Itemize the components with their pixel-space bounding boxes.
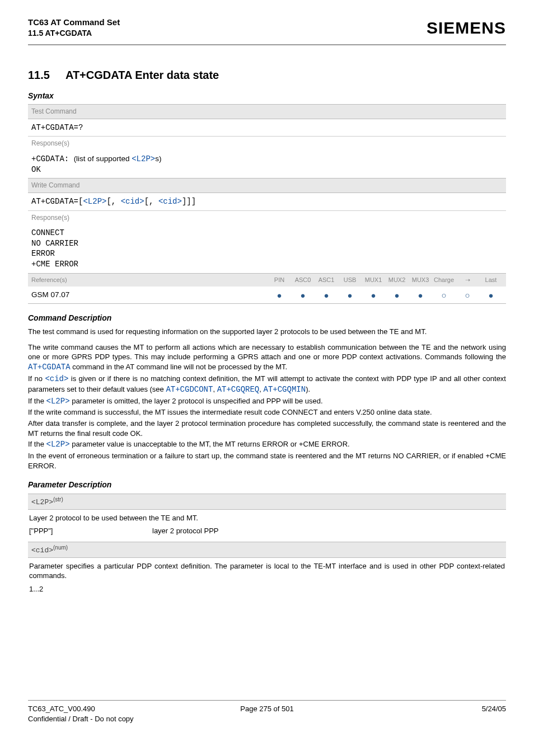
write-cmd-mid2: [, <box>144 197 158 206</box>
ref-col-mux1: MUX1 <box>362 276 385 284</box>
l2p-link[interactable]: <L2P> <box>132 154 155 163</box>
atcgdcont-link[interactable]: AT+CGDCONT <box>166 385 213 394</box>
write-resp-line: NO CARRIER <box>31 238 503 249</box>
ref-dot: ● <box>385 291 409 299</box>
l2p-link[interactable]: <L2P> <box>46 397 70 406</box>
ref-dot: ● <box>479 291 503 299</box>
footer-left2: Confidential / Draft - Do not copy <box>28 714 134 724</box>
cid-desc: Parameter specifies a particular PDP con… <box>29 561 505 581</box>
write-resp-line: CONNECT <box>31 228 503 238</box>
cid-type: (num) <box>53 544 68 551</box>
text: command in the AT command line will not … <box>71 363 288 371</box>
ref-col-mux3: MUX3 <box>409 276 432 284</box>
l2p-param-name[interactable]: <L2P> <box>31 498 53 506</box>
footer-center: Page 275 of 501 <box>240 704 293 714</box>
text: parameter value is unacceptable to the M… <box>70 440 350 448</box>
ref-dot: ● <box>409 291 432 299</box>
reference-label: Reference(s) <box>31 276 268 284</box>
param-heading: Parameter Description <box>28 480 506 490</box>
section-title: 11.5AT+CGDATA Enter data state <box>28 68 506 83</box>
write-cmd-suffix: ]]] <box>182 197 196 206</box>
text: ). <box>306 385 310 393</box>
ref-dot: ○ <box>432 291 456 299</box>
section-name: AT+CGDATA Enter data state <box>65 69 219 81</box>
write-response-label: Response(s) <box>28 210 506 224</box>
cmd-desc-p5: If the write command is successful, the … <box>28 407 506 417</box>
ref-col-pin: PIN <box>268 276 291 284</box>
param-l2p-head: <L2P>(str) <box>28 494 506 510</box>
test-resp-ok: OK <box>31 165 503 175</box>
cmd-desc-heading: Command Description <box>28 313 506 323</box>
airplane-icon: ➝ <box>456 276 479 284</box>
doc-sub: 11.5 AT+CGDATA <box>28 28 120 39</box>
test-response-label: Response(s) <box>28 136 506 150</box>
cid-range: 1...2 <box>29 584 505 594</box>
test-command: AT+CGDATA=? <box>28 119 506 137</box>
brand-logo: SIEMENS <box>427 17 506 40</box>
l2p-val: layer 2 protocol PPP <box>152 526 505 536</box>
ref-col-asc1: ASC1 <box>315 276 338 284</box>
cmd-desc-p6: After data transfer is complete, and the… <box>28 419 506 438</box>
l2p-desc: Layer 2 protocol to be used between the … <box>29 513 505 523</box>
l2p-type: (str) <box>53 496 63 503</box>
ref-col-last: Last <box>479 276 503 284</box>
ref-dot: ● <box>268 291 291 299</box>
ref-dot: ● <box>315 291 338 299</box>
text: If the <box>28 440 46 448</box>
text: , <box>259 385 263 393</box>
write-command: AT+CGDATA=[<L2P>[, <cid>[, <cid>]]] <box>28 193 506 210</box>
page-footer: TC63_ATC_V00.490 Confidential / Draft - … <box>28 700 506 724</box>
atcgdata-link[interactable]: AT+CGDATA <box>28 363 71 372</box>
header-rule <box>28 44 506 45</box>
text: , <box>213 385 217 393</box>
text: If the <box>28 397 46 405</box>
write-cmd-prefix: AT+CGDATA=[ <box>31 197 83 206</box>
test-command-label: Test Command <box>28 104 506 119</box>
reference-row-label: GSM 07.07 <box>31 290 268 300</box>
cmd-desc-p8: In the event of erroneous termination or… <box>28 451 506 471</box>
cmd-desc-p7: If the <L2P> parameter value is unaccept… <box>28 439 506 450</box>
footer-right: 5/24/05 <box>482 704 506 724</box>
cmd-desc-p3: If no <cid> is given or if there is no m… <box>28 374 506 395</box>
test-resp-mid: (list of supported <box>74 154 132 163</box>
l2p-link[interactable]: <L2P> <box>46 440 70 449</box>
doc-title: TC63 AT Command Set <box>28 17 120 28</box>
ref-col-asc0: ASC0 <box>291 276 315 284</box>
cid-link[interactable]: <cid> <box>121 197 144 206</box>
footer-left1: TC63_ATC_V00.490 <box>28 704 134 714</box>
test-resp-prefix: +CGDATA: <box>31 154 74 163</box>
text: If no <box>28 374 45 383</box>
cid-link[interactable]: <cid> <box>45 374 68 383</box>
test-resp-suffix: s) <box>155 154 161 163</box>
cid-param-name[interactable]: <cid> <box>31 546 53 555</box>
write-resp-line: +CME ERROR <box>31 259 503 270</box>
cid-link[interactable]: <cid> <box>158 197 182 206</box>
ref-dot: ● <box>362 291 385 299</box>
cmd-desc-p1: The test command is used for requesting … <box>28 327 506 337</box>
atcgqmin-link[interactable]: AT+CGQMIN <box>264 385 306 394</box>
ref-col-charge: Charge <box>432 276 456 284</box>
write-resp-line: ERROR <box>31 248 503 259</box>
cmd-desc-p2: The write command causes the MT to perfo… <box>28 342 506 373</box>
ref-col-usb: USB <box>338 276 362 284</box>
text: parameter is omitted, the layer 2 protoc… <box>70 397 323 405</box>
syntax-heading: Syntax <box>28 91 506 101</box>
section-number: 11.5 <box>28 68 50 83</box>
write-cmd-mid1: [, <box>106 197 120 206</box>
ref-col-mux2: MUX2 <box>385 276 409 284</box>
l2p-key: ["PPP"] <box>29 526 152 536</box>
cmd-desc-p4: If the <L2P> parameter is omitted, the l… <box>28 396 506 407</box>
page-header: TC63 AT Command Set 11.5 AT+CGDATA SIEME… <box>28 17 506 44</box>
ref-dot: ● <box>338 291 362 299</box>
reference-table: Reference(s) PIN ASC0 ASC1 USB MUX1 MUX2… <box>28 273 506 304</box>
write-command-label: Write Command <box>28 178 506 192</box>
text: The write command causes the MT to perfo… <box>28 343 506 361</box>
atcgqreq-link[interactable]: AT+CGQREQ <box>217 385 260 394</box>
l2p-link[interactable]: <L2P> <box>83 197 106 206</box>
ref-dot: ○ <box>456 291 479 299</box>
write-response: CONNECT NO CARRIER ERROR +CME ERROR <box>28 224 506 274</box>
param-cid-head: <cid>(num) <box>28 542 506 558</box>
test-response: +CGDATA: (list of supported <L2P>s) OK <box>28 151 506 179</box>
ref-dot: ● <box>291 291 315 299</box>
